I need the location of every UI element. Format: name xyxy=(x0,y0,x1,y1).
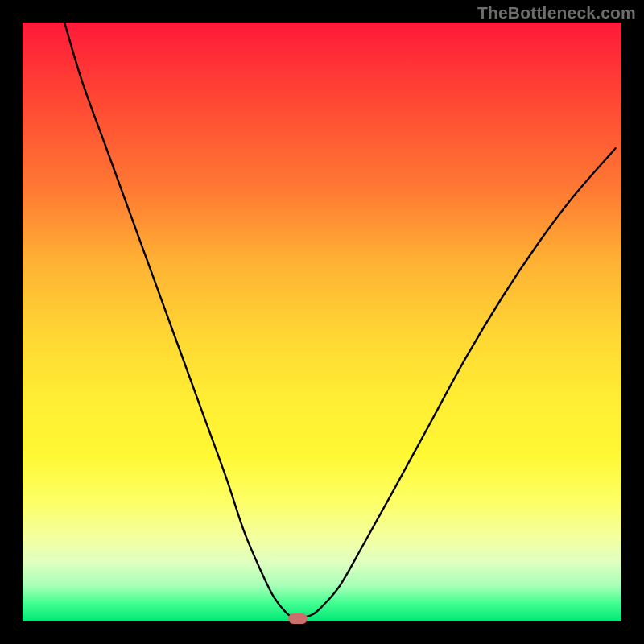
minimum-marker xyxy=(288,613,308,624)
bottleneck-curve xyxy=(23,23,621,621)
chart-container: TheBottleneck.com xyxy=(0,0,644,644)
watermark-text: TheBottleneck.com xyxy=(477,3,636,23)
plot-area xyxy=(23,23,621,621)
